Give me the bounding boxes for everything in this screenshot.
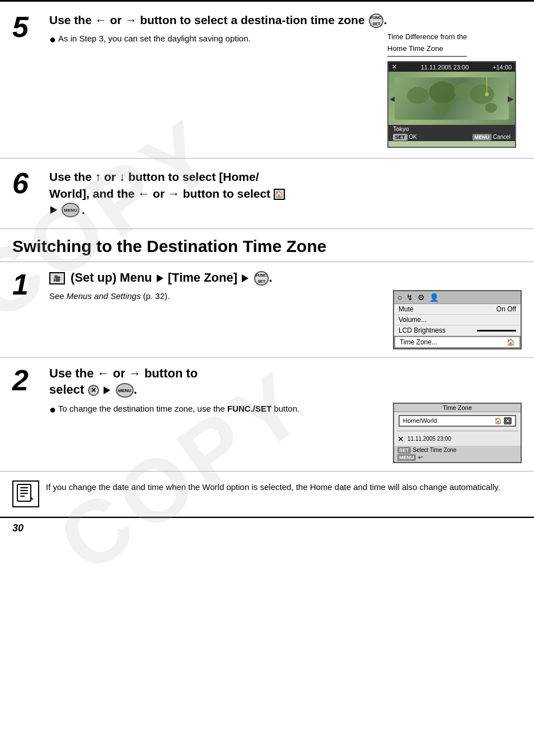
note-section: If you change the date and time when the… — [0, 472, 534, 517]
map-svg — [395, 77, 508, 120]
mute-val: On Off — [496, 305, 516, 313]
section-1-sub-content: 🎥 (Set up) Menu [Time Zone] FUNC.SET. Se… — [45, 270, 522, 350]
svg-point-0 — [407, 87, 429, 104]
note-text: If you change the date and time when the… — [46, 480, 522, 507]
section-6-content: Use the ↑ or ↓ button to select [Home/Wo… — [45, 169, 522, 218]
screen5-timediff: +14:00 — [493, 64, 512, 71]
menu-btn-2[interactable]: MENU — [116, 383, 134, 398]
page-footer: 30 — [0, 517, 534, 539]
time-diff-divider — [387, 56, 467, 57]
icon-person: 👤 — [429, 293, 439, 302]
icon-lightning: ↯ — [406, 293, 413, 302]
section-5: 5 Use the ← or → button to select a dest… — [0, 0, 534, 158]
section-5-content: Use the ← or → button to select a destin… — [45, 12, 522, 148]
tz-home-area: Home/World 🏠 ✕ — [394, 412, 521, 430]
screen5-date: 11.11.2005 23:00 — [421, 64, 469, 71]
lcd-label: LCD Brightness — [399, 326, 446, 334]
section-6-number: 6 — [12, 169, 45, 218]
section-1-sub-text: See Menus and Settings (p. 32). — [49, 290, 383, 349]
tz-menu-row: MENU ↩ — [397, 454, 517, 461]
tz-screen: Time Zone Home/World 🏠 ✕ ✕ 11.11.2005 23… — [393, 403, 522, 463]
menu-row-mute: Mute On Off — [394, 304, 521, 315]
volume-label: Volume... — [399, 316, 427, 324]
section-2-title: Use the ← or → button to select ✕ MENU. — [49, 366, 522, 398]
section-5-title: Use the ← or → button to select a destin… — [49, 12, 522, 28]
timezone-label: Time Zone... — [400, 338, 437, 346]
section-6-title: Use the ↑ or ↓ button to select [Home/Wo… — [49, 169, 522, 218]
bullet-dot-5: ● — [49, 32, 56, 46]
triangle-icon-1 — [157, 274, 163, 282]
icon-gear: ⚙ — [418, 293, 425, 302]
or-text-6b: or — [153, 187, 165, 200]
tz-world-icon: ✕ — [397, 435, 404, 444]
screen5-map: ◀ — [388, 72, 515, 125]
tz-menu-btn: MENU — [397, 454, 416, 461]
section-1-sub-number: 1 — [12, 270, 45, 299]
home-world-label: Home/World — [403, 417, 437, 424]
menus-settings-text: Menus and Settings — [67, 291, 141, 301]
section-5-bullet-text: As in Step 3, you can set the daylight s… — [58, 32, 251, 45]
section-6: 6 Use the ↑ or ↓ button to select [Home/… — [0, 158, 534, 228]
section-1-sub: 1 🎥 (Set up) Menu [Time Zone] FUNC.SET. … — [0, 262, 534, 358]
tz-set-text: Select Time Zone — [413, 447, 457, 453]
section-1-sub-left: 1 — [12, 270, 45, 350]
svg-rect-12 — [20, 496, 25, 497]
screen5-icon: ✕ — [392, 63, 397, 71]
screen5-set-btn: SET OK — [393, 134, 417, 140]
screen5-right-arrow: ▶ — [508, 94, 514, 103]
menu-btn-6[interactable]: MENU — [62, 203, 79, 217]
time-diff-label-1: Time Difference from the — [387, 32, 467, 42]
section-5-screen-area: Time Difference from the Home Time Zone … — [387, 32, 522, 148]
home-icon-6: 🏠 — [274, 189, 285, 200]
screen5-map-inner — [395, 77, 508, 120]
see-text-2: (p. 32). — [140, 291, 170, 301]
menu-row-volume: Volume... — [394, 315, 521, 325]
section-5-number: 5 — [12, 12, 45, 148]
tz-home-row: Home/World 🏠 ✕ — [399, 415, 516, 427]
func-set-button-5[interactable]: FUNC.SET — [369, 13, 383, 28]
home-world-icons: 🏠 ✕ — [494, 417, 512, 424]
time-diff-label-2: Home Time Zone — [387, 44, 443, 54]
screen-5: ✕ 11.11.2005 23:00 +14:00 ◀ — [387, 61, 516, 148]
svg-point-4 — [470, 85, 494, 104]
svg-rect-11 — [20, 493, 28, 494]
bullet-dot-2: ● — [49, 403, 56, 416]
page-number: 30 — [12, 522, 24, 534]
section-2-left: 2 — [12, 366, 45, 463]
page: COPY COPY 5 Use the ← or → button to sel… — [0, 0, 534, 756]
screen5-bottombar: SET OK MENU Cancel — [388, 133, 515, 141]
section-2-number: 2 — [12, 366, 45, 395]
switching-title: Switching to the Destination Time Zone — [12, 237, 522, 256]
tz-bottom-buttons: SET Select Time Zone MENU ↩ — [394, 446, 521, 462]
or-text-6a: or — [104, 170, 116, 183]
timezone-icon: 🏠 — [507, 338, 515, 346]
switching-heading: Switching to the Destination Time Zone — [0, 229, 534, 262]
section-5-title-text: Use the ← or → button to select a destin… — [49, 13, 365, 26]
tz-world-info: ✕ 11.11.2005 23:00 — [394, 432, 521, 446]
svg-rect-9 — [20, 487, 28, 488]
menu-top-icons: ○ ↯ ⚙ 👤 — [394, 291, 521, 304]
world-icon-2: ✕ — [88, 385, 99, 396]
lcd-val: ▬▬▬▬▬▬▬ — [477, 326, 516, 334]
section-5-body: ● As in Step 3, you can set the daylight… — [49, 32, 522, 148]
screen5-menu-btn: MENU Cancel — [472, 134, 510, 140]
section-5-bullet: ● As in Step 3, you can set the daylight… — [49, 32, 377, 46]
icon-circle: ○ — [397, 293, 402, 302]
section-2: 2 Use the ← or → button to select ✕ MENU… — [0, 358, 534, 471]
screen5-topbar: ✕ 11.11.2005 23:00 +14:00 — [388, 62, 515, 72]
camera-icon-step1: 🎥 — [49, 272, 65, 284]
section-2-text: ● To change the destination time zone, u… — [49, 403, 383, 463]
or-text-2: or — [113, 366, 125, 380]
menu-screen: ○ ↯ ⚙ 👤 Mute On Off Volume... — [393, 290, 522, 349]
section-5-text: ● As in Step 3, you can set the daylight… — [49, 32, 377, 148]
func-set-bold: FUNC./SET — [227, 404, 271, 413]
screen5-city: Tokyo — [388, 125, 515, 133]
tz-title-bar: Time Zone — [394, 404, 521, 412]
svg-marker-13 — [30, 496, 34, 500]
triangle-icon-6 — [50, 206, 57, 214]
svg-point-5 — [485, 102, 498, 112]
svg-rect-10 — [20, 490, 28, 491]
note-icon — [12, 480, 39, 507]
func-set-button-1[interactable]: FUNC.SET — [254, 271, 269, 286]
section-2-screen-area: Time Zone Home/World 🏠 ✕ ✕ 11.11.2005 23… — [393, 403, 522, 463]
